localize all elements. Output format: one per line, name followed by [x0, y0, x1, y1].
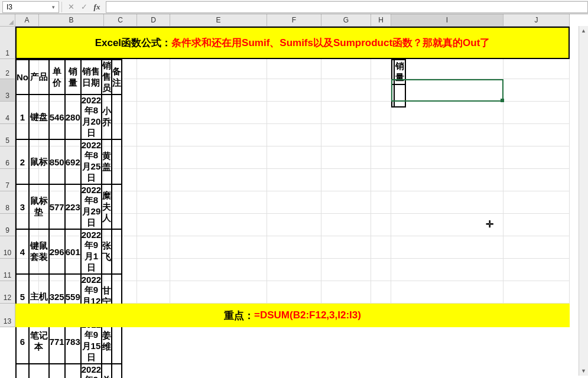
cell-remark[interactable]	[112, 229, 122, 274]
col-remark[interactable]: 备注	[112, 60, 122, 94]
cell[interactable]: CPU	[29, 364, 49, 378]
cell[interactable]: 小乔	[102, 94, 112, 139]
cell[interactable]: 关羽	[102, 364, 112, 378]
cell[interactable]: 2022年8月29日	[81, 184, 102, 229]
cell[interactable]: 296	[49, 229, 65, 274]
row-header-6[interactable]: 6	[0, 146, 15, 169]
cell[interactable]: 577	[49, 184, 65, 229]
row-header-3[interactable]: 3	[0, 79, 15, 102]
table-row: 4键鼠套装2966012022年9月1日张飞	[16, 229, 122, 274]
accept-icon[interactable]: ✓	[77, 1, 90, 13]
footer-prefix: 重点：	[224, 309, 254, 322]
col-header-J[interactable]: J	[503, 14, 570, 27]
spreadsheet: ABCDEFGHIJ 12345678910111213 Excel函数公式： …	[0, 14, 588, 376]
cell[interactable]: 2022年9月1日	[81, 229, 102, 274]
row-header-12[interactable]: 12	[0, 281, 15, 304]
dropdown-icon[interactable]: ▾	[52, 4, 55, 10]
row-header-4[interactable]: 4	[0, 102, 15, 124]
row-header-5[interactable]: 5	[0, 124, 15, 146]
cell[interactable]: 2022年9月20日	[81, 364, 102, 378]
cell[interactable]: 键鼠套装	[29, 229, 49, 274]
cell[interactable]: 692	[65, 139, 81, 184]
col-header-G[interactable]: G	[321, 14, 371, 27]
row-headers: 12345678910111213	[0, 27, 15, 327]
cell[interactable]: 1	[16, 94, 29, 139]
cell-remark[interactable]	[112, 139, 122, 184]
cell[interactable]: 850	[49, 139, 65, 184]
col-header-C[interactable]: C	[104, 14, 137, 27]
footer-bar: 重点： =DSUM(B2:F12,3,I2:I3)	[15, 304, 570, 327]
row-header-13[interactable]: 13	[0, 304, 15, 327]
cell[interactable]: 575	[65, 364, 81, 378]
column-headers: ABCDEFGHIJ	[15, 14, 570, 27]
criteria-value-row	[392, 84, 405, 107]
cell[interactable]: 张飞	[102, 229, 112, 274]
col-qty[interactable]: 销量	[65, 60, 81, 94]
col-header-H[interactable]: H	[371, 14, 391, 27]
select-all-button[interactable]	[0, 14, 15, 27]
cell[interactable]: 黄盖	[102, 139, 112, 184]
criteria-h2[interactable]: 销量	[394, 60, 405, 84]
cancel-icon[interactable]: ✕	[64, 1, 77, 13]
criteria-table: 销量	[391, 59, 406, 107]
cursor-icon: ✛	[486, 219, 493, 230]
data-table: No 产品 单价 销量 销售日期 销售员 备注 1键盘5462802022年8月…	[15, 59, 122, 378]
title-prefix: Excel函数公式：	[95, 36, 171, 50]
table-row: 3鼠标垫5772232022年8月29日糜夫人	[16, 184, 122, 229]
cell-remark[interactable]	[112, 364, 122, 378]
col-header-I[interactable]: I	[391, 14, 503, 27]
cell[interactable]: 223	[65, 184, 81, 229]
table-row: 1键盘5462802022年8月20日小乔	[16, 94, 122, 139]
scroll-down-icon[interactable]: ▼	[579, 366, 588, 376]
name-box[interactable]: I3 ▾	[2, 1, 59, 13]
table-header-row: No 产品 单价 销量 销售日期 销售员 备注	[16, 60, 122, 94]
row-header-11[interactable]: 11	[0, 259, 15, 281]
criteria-v2[interactable]	[394, 84, 405, 107]
criteria-header-row: 销量	[392, 60, 405, 84]
col-date[interactable]: 销售日期	[81, 60, 102, 94]
title-main: 条件求和还在用Sumif、Sumifs以及Sumproduct函数？那就真的Ou…	[171, 36, 490, 50]
cell[interactable]: 247	[49, 364, 65, 378]
cell[interactable]: 2	[16, 139, 29, 184]
col-header-D[interactable]: D	[137, 14, 170, 27]
cell-remark[interactable]	[112, 94, 122, 139]
col-header-F[interactable]: F	[267, 14, 321, 27]
cell[interactable]: 280	[65, 94, 81, 139]
separator	[61, 2, 62, 12]
col-no[interactable]: No	[16, 60, 29, 94]
row-header-9[interactable]: 9	[0, 214, 15, 236]
cell[interactable]: 4	[16, 229, 29, 274]
row-header-8[interactable]: 8	[0, 191, 15, 214]
col-header-A[interactable]: A	[15, 14, 39, 27]
vertical-scrollbar[interactable]: ▲ ▼	[579, 26, 588, 376]
title-bar: Excel函数公式： 条件求和还在用Sumif、Sumifs以及Sumprodu…	[15, 27, 570, 59]
name-box-value: I3	[7, 3, 12, 11]
active-cell-outline	[391, 79, 503, 102]
cell[interactable]: 546	[49, 94, 65, 139]
cell[interactable]: 601	[65, 229, 81, 274]
col-price[interactable]: 单价	[49, 60, 65, 94]
cell[interactable]: 键盘	[29, 94, 49, 139]
scroll-up-icon[interactable]: ▲	[579, 26, 588, 35]
scroll-track[interactable]	[579, 35, 588, 366]
cell[interactable]: 2022年8月25日	[81, 139, 102, 184]
cell[interactable]: 糜夫人	[102, 184, 112, 229]
table-row: 2鼠标8506922022年8月25日黄盖	[16, 139, 122, 184]
cell[interactable]: 鼠标垫	[29, 184, 49, 229]
cell-remark[interactable]	[112, 184, 122, 229]
cell[interactable]: 7	[16, 364, 29, 378]
col-product[interactable]: 产品	[29, 60, 49, 94]
row-header-10[interactable]: 10	[0, 236, 15, 259]
cell[interactable]: 3	[16, 184, 29, 229]
row-header-1[interactable]: 1	[0, 27, 15, 59]
col-salesman[interactable]: 销售员	[102, 60, 112, 94]
col-header-E[interactable]: E	[170, 14, 267, 27]
fx-icon[interactable]: fx	[90, 1, 103, 13]
col-header-B[interactable]: B	[39, 14, 104, 27]
row-header-7[interactable]: 7	[0, 169, 15, 191]
cell[interactable]: 鼠标	[29, 139, 49, 184]
row-header-2[interactable]: 2	[0, 59, 15, 79]
table-row: 7CPU2475752022年9月20日关羽	[16, 364, 122, 378]
formula-input[interactable]	[106, 1, 588, 13]
cell[interactable]: 2022年8月20日	[81, 94, 102, 139]
